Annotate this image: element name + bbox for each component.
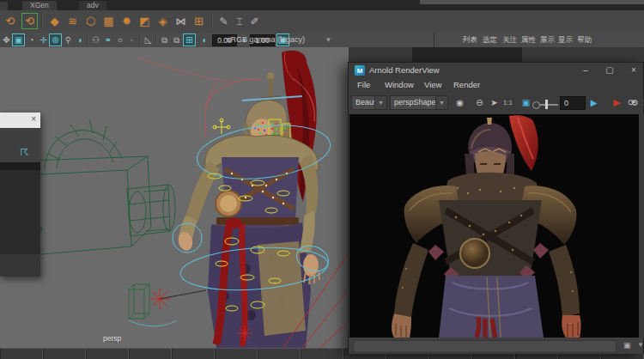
shelf-tab-adv[interactable]: adv [79,1,106,10]
menu-help[interactable]: 帮助 [577,33,592,47]
pencil-curve-icon[interactable]: ✐ [247,14,262,28]
shelf-separator [211,14,213,28]
poly-torus-icon[interactable]: ✹ [119,14,134,28]
isolate-icon[interactable]: ➤ [488,96,501,109]
isolate-select-icon[interactable]: ⚇ [90,34,101,46]
render-image-area [349,114,639,338]
viewport-motionblur-icon[interactable]: ⚲ [63,34,74,46]
camera-selected-label: perspShape [391,98,440,106]
viewport-lighting-icon[interactable]: ▣ [13,34,24,46]
character-model[interactable] [176,51,319,348]
chevron-down-icon[interactable]: ▼ [637,341,644,349]
window-title: Arnold RenderView [369,63,440,78]
aov-dropdown[interactable]: Beauty ▼ [351,95,387,110]
camera-dropdown[interactable]: perspShape ▼ [390,95,448,110]
floating-panel-titlebar[interactable]: × [0,113,40,128]
menu-show[interactable]: 展示 [540,33,555,47]
viewport-select-icon[interactable]: ✥ [1,34,12,46]
poly-soccer-icon[interactable]: ⊞ [191,14,206,28]
timeline-segment[interactable] [43,349,86,359]
close-button[interactable]: × [624,63,643,78]
settings-gear-icon[interactable]: ⚙ [629,96,641,109]
menu-list[interactable]: 列表 [463,33,477,47]
measure-tool-icon[interactable]: ⌶ [232,14,246,28]
menu-view[interactable]: View [424,78,441,92]
layer-overrides-icon[interactable]: ⧉ [159,34,170,46]
image-gutter [639,114,644,338]
close-icon[interactable]: × [31,114,36,124]
pick-matte-icon[interactable]: ⊞ [184,34,195,46]
poly-pipe-icon[interactable]: ◈ [155,14,170,28]
exposure-icon[interactable]: ◐ [199,34,210,46]
frame-field[interactable]: 0 [560,96,586,110]
window-titlebar[interactable]: Arnold RenderView – ▢ × [349,63,643,79]
orbit-tool-selected-icon[interactable]: ⟲ [22,14,37,28]
timeline-segment[interactable] [172,349,215,359]
ab-compare-track[interactable] [539,104,558,106]
arnold-statusbar: ▣ ▼ [349,338,643,354]
poly-sphere-icon[interactable]: ◆ [47,14,62,28]
menu-file[interactable]: File [357,78,370,92]
chevron-down-icon[interactable]: ▼ [323,34,334,46]
timeline-segment[interactable] [215,349,258,359]
gate-mask-icon[interactable]: ○ [114,34,125,46]
shelf-tab-partial[interactable] [0,2,8,10]
region-render-icon[interactable]: ◉ [453,96,466,109]
layer-stack-icon[interactable]: ⧉ [171,34,182,46]
start-render-button[interactable]: ▶ [611,96,623,109]
perspective-viewport[interactable]: persp [0,47,349,348]
maya-application: XGen adv ⟲ ⟲ ◆ ≋ ⬡ ▦ ✹ ◩ ◈ ⋈ ⊞ ✎ ⌶ ✐ ✥ ▣… [0,0,644,359]
dim-toggle-icon[interactable]: ▪ [126,34,137,46]
eyedropper-icon[interactable]: ☈ [20,147,28,158]
poly-plane-icon[interactable]: ≋ [65,14,80,28]
snapshot-icon[interactable]: ⊖ [473,96,486,109]
viewport-canvas[interactable] [0,47,349,348]
timeline-segment[interactable] [301,349,343,359]
menu-render[interactable]: Render [453,78,480,92]
floating-panel-body[interactable] [0,170,40,255]
greasepencil-icon[interactable]: ◺ [143,34,154,46]
minimize-button[interactable]: – [576,63,595,78]
shelf-tab-xgen[interactable]: XGen [22,1,57,10]
rendered-image [349,114,639,338]
menu-attributes[interactable]: 属性 [521,33,536,47]
viewport-dof-icon[interactable]: ◗ [75,34,86,46]
curve-pen-icon[interactable]: ✎ [216,14,231,28]
maximize-button[interactable]: ▢ [600,63,619,78]
poly-cylinder-icon[interactable]: ▦ [101,14,116,28]
rig-cross-control[interactable] [213,119,230,134]
timeline-segment[interactable] [86,349,129,359]
camera-small-icon[interactable]: ▣ [623,341,631,350]
fog-icon[interactable]: ⚭ [102,34,113,46]
orbit-tool-icon[interactable]: ⟲ [3,14,17,28]
poly-cube-icon[interactable]: ⬡ [83,14,98,28]
timeline-segment[interactable] [0,349,43,359]
floating-panel-divider [0,162,40,170]
poly-helix-icon[interactable]: ⋈ [173,14,188,28]
timeline-segment[interactable] [129,349,172,359]
attribute-editor-menubar: 列表 选定 关注 属性 展示 显示 帮助 [434,33,644,48]
arnold-toolbar: Beauty ▼ perspShape ▼ ◉ ⊖ ➤ 1:1 ▣ 0 ▶ ▶ … [349,92,643,115]
viewport-camera-label: persp [103,334,121,343]
view-transform-dropdown[interactable]: sRGB gamma (legacy) [227,34,319,46]
ab-compare-handle[interactable] [545,100,548,109]
attribute-editor-field[interactable] [412,47,522,62]
timeline-segment[interactable] [258,349,301,359]
status-field[interactable] [353,340,617,353]
floating-panel: × ☈ [0,113,40,277]
store-image-icon[interactable]: ▣ [519,96,532,109]
toolbar-separator [87,34,88,46]
toolbar-separator [139,34,141,46]
menu-window[interactable]: Window [385,78,414,92]
viewport-shadows-icon[interactable]: ◔ [26,34,37,46]
poly-cone-icon[interactable]: ◩ [137,14,152,28]
viewport-ao-icon[interactable]: ✛ [38,34,49,46]
debug-shading-icon[interactable]: ▶ [587,96,600,109]
ab-compare-knob[interactable] [532,101,540,109]
viewport-aa-icon[interactable]: ⊛ [50,34,61,46]
menu-display[interactable]: 显示 [558,33,573,47]
menu-selected[interactable]: 选定 [483,33,497,47]
wire-cube[interactable] [129,284,149,319]
zoom-ratio-label[interactable]: 1:1 [501,96,514,109]
menu-focus[interactable]: 关注 [502,33,517,47]
